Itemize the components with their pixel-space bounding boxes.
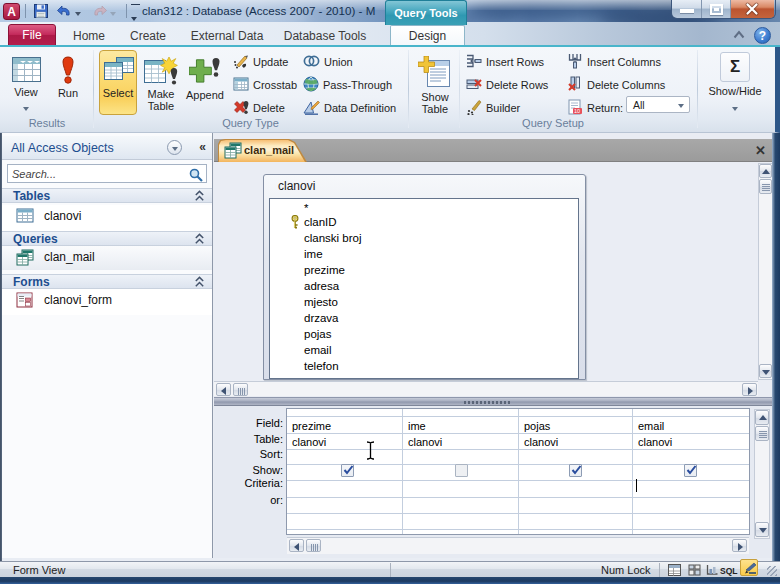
svg-text:10: 10 bbox=[574, 108, 580, 114]
